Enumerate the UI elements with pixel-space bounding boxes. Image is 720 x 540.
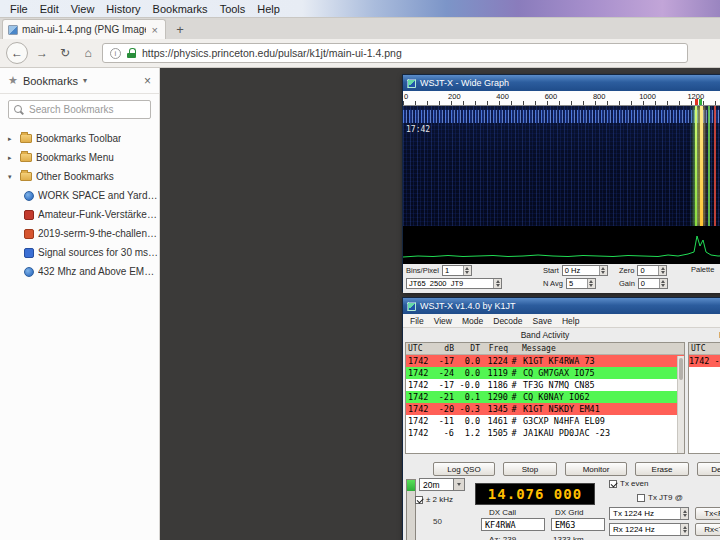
decode-row[interactable]: 1742-170.01224#K1GT KF4RWA 73 [406, 355, 684, 367]
spin-down-icon[interactable] [465, 271, 469, 274]
spin-arrows[interactable] [587, 279, 595, 288]
bookmark-item-amateur-funk-verst-rker-e[interactable]: Amateur-Funk-Verstärker-e... [0, 205, 159, 224]
spinbox[interactable]: 0 [637, 265, 667, 276]
spin-down-icon[interactable] [661, 284, 665, 287]
decode-row[interactable]: 1742-240.01119#CQ GM7GAX IO75 [406, 367, 684, 379]
dx-call-field[interactable]: KF4RWA [481, 518, 545, 531]
tx-lt-rx-button[interactable]: Tx<Rx [695, 507, 720, 520]
menu-view[interactable]: View [65, 2, 101, 16]
wsjtx-menu-save[interactable]: Save [529, 316, 556, 326]
rx-frequency-spinner[interactable]: Rx 1224 Hz [609, 523, 689, 536]
column-header-dt: DT [454, 344, 480, 353]
back-button[interactable]: ← [6, 42, 28, 64]
spin-up-icon[interactable] [589, 280, 593, 283]
decode-row[interactable]: 1742-17-0.01186#TF3G N7MQ CN85 [406, 379, 684, 391]
decode-row[interactable]: 1742-20-0.31345#K1GT N5KDY EM41 [406, 403, 684, 415]
bookmark-item-work-space-and-yard-w[interactable]: WORK SPACE and Yard (W... [0, 186, 159, 205]
menu-help[interactable]: Help [251, 2, 286, 16]
menu-bookmarks[interactable]: Bookmarks [147, 2, 214, 16]
spin-down-icon[interactable] [589, 284, 593, 287]
chevron-down-icon[interactable]: ▾ [83, 76, 87, 85]
menu-history[interactable]: History [100, 2, 146, 16]
spin-up-icon[interactable] [601, 267, 605, 270]
bookmark-item-2019-serm-9-the-challenge[interactable]: 2019-serm-9-the-challenge... [0, 224, 159, 243]
wsjtx-menu-help[interactable]: Help [558, 316, 583, 326]
spinbox[interactable]: JT65 2500 JT9 [406, 278, 502, 289]
waterfall-display[interactable]: 17:42 [403, 106, 720, 226]
spin-arrows[interactable] [599, 266, 607, 275]
rx-lt-tx-button[interactable]: Rx<Tx [695, 523, 720, 536]
spin-arrows[interactable] [659, 279, 667, 288]
dx-grid-field[interactable]: EM63 [551, 518, 605, 531]
refresh-button[interactable]: ↻ [56, 44, 74, 62]
log-qso-button[interactable]: Log QSO [433, 462, 495, 476]
decode-row[interactable]: 1742-61.21505#JA1KAU PD0JAC -23 [406, 427, 684, 439]
band-select[interactable]: 20m [419, 478, 465, 491]
sidebar-title[interactable]: Bookmarks [23, 75, 78, 87]
sidebar-folder-bookmarks-toolbar[interactable]: ▸Bookmarks Toolbar [0, 129, 159, 148]
wsjtx-menu-mode[interactable]: Mode [458, 316, 487, 326]
spinbox[interactable]: 1 [442, 265, 472, 276]
address-bar[interactable]: i https://physics.princeton.edu/pulsar/k… [102, 43, 688, 63]
wsjtx-menu-decode[interactable]: Decode [489, 316, 526, 326]
monitor-button[interactable]: Monitor [565, 462, 627, 476]
url-text[interactable]: https://physics.princeton.edu/pulsar/k1j… [142, 47, 402, 59]
decode-utc: 1742 [406, 356, 432, 366]
bookmark-item-432-mhz-and-above-eme-n[interactable]: 432 Mhz and Above EME N... [0, 262, 159, 281]
tx-jt9-checkbox[interactable] [637, 494, 645, 502]
spin-up-icon[interactable] [465, 267, 469, 270]
menu-file[interactable]: File [4, 2, 34, 16]
wsjtx-menu-file[interactable]: File [406, 316, 428, 326]
spinbox[interactable]: 5 [566, 278, 596, 289]
spin-arrows[interactable] [463, 266, 471, 275]
spin-down-icon[interactable] [496, 284, 500, 287]
spin-down-icon[interactable] [601, 271, 605, 274]
tx-frequency-spinner[interactable]: Tx 1224 Hz [609, 507, 689, 520]
menu-tools[interactable]: Tools [214, 2, 252, 16]
chevron-right-icon[interactable]: ▸ [8, 135, 16, 143]
home-icon: ⌂ [84, 46, 91, 60]
spin-down-icon[interactable] [661, 271, 665, 274]
tx-even-checkbox-row[interactable]: Tx even [609, 479, 648, 488]
tab-close-icon[interactable]: × [150, 24, 160, 36]
bookmark-search-box[interactable] [8, 100, 151, 119]
tx-jt9-checkbox-row[interactable]: Tx JT9 @ [637, 493, 683, 502]
sidebar-close-icon[interactable]: × [144, 74, 151, 88]
spinbox[interactable]: 0 [638, 278, 668, 289]
search-input[interactable] [29, 104, 161, 115]
spin-arrows[interactable] [493, 279, 501, 288]
tx-even-checkbox[interactable] [609, 480, 617, 488]
erase-button[interactable]: Erase [635, 462, 689, 476]
decode-button[interactable]: Decode [697, 462, 720, 476]
page-info-icon[interactable]: i [110, 48, 121, 59]
home-button[interactable]: ⌂ [79, 44, 97, 62]
wsjtx-titlebar[interactable]: WSJT-X v1.4.0 by K1JT [403, 298, 720, 314]
rx-decode-row[interactable]: 1742 -2 [689, 355, 720, 367]
decode-row[interactable]: 1742-210.11290#CQ K0NAY IO62 [406, 391, 684, 403]
spin-arrows[interactable] [658, 266, 666, 275]
scrollbar[interactable] [677, 356, 684, 453]
spin-up-icon[interactable] [496, 280, 500, 283]
sidebar-folder-bookmarks-menu[interactable]: ▸Bookmarks Menu [0, 148, 159, 167]
wsjtx-menu-view[interactable]: View [430, 316, 456, 326]
spinbox[interactable]: 0 Hz [562, 265, 608, 276]
new-tab-button[interactable]: + [168, 21, 192, 39]
chevron-down-icon[interactable]: ▾ [8, 173, 16, 181]
khz-checkbox[interactable] [415, 496, 423, 504]
frequency-display: 14.076 000 [475, 483, 595, 505]
decode-row[interactable]: 1742-110.01461#G3CXP N4HFA EL09 [406, 415, 684, 427]
sidebar-folder-other-bookmarks[interactable]: ▾Other Bookmarks [0, 167, 159, 186]
stop-button[interactable]: Stop [503, 462, 557, 476]
wide-graph-titlebar[interactable]: WSJT-X - Wide Graph [403, 75, 720, 91]
tab-main-ui-png[interactable]: main-ui-1.4.png (PNG Image... × [2, 19, 166, 39]
menu-edit[interactable]: Edit [34, 2, 65, 16]
spin-up-icon[interactable] [661, 267, 665, 270]
khz-checkbox-row[interactable]: ± 2 kHz [415, 495, 453, 504]
decode-dt: 0.0 [454, 356, 480, 366]
spin-arrows[interactable] [680, 508, 688, 519]
spin-up-icon[interactable] [661, 280, 665, 283]
spin-arrows[interactable] [680, 524, 688, 535]
bookmark-item-signal-sources-for-30-ms[interactable]: Signal sources for 30 ms | ... [0, 243, 159, 262]
forward-button[interactable]: → [33, 44, 51, 62]
chevron-right-icon[interactable]: ▸ [8, 154, 16, 162]
